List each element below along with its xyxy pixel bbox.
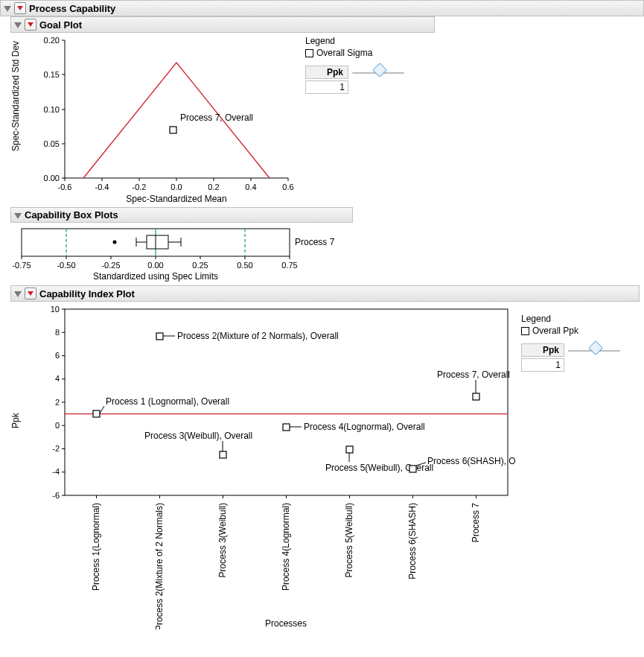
goal-legend-item: Overall Sigma xyxy=(305,48,404,58)
svg-text:-2: -2 xyxy=(52,444,60,453)
svg-text:Process 3(Weibull): Process 3(Weibull) xyxy=(217,503,228,577)
box-xlabel: Standardized using Spec Limits xyxy=(93,271,218,282)
svg-point-36 xyxy=(113,241,117,244)
svg-rect-91 xyxy=(220,451,226,458)
svg-text:0.75: 0.75 xyxy=(281,261,297,270)
svg-text:Process 4(Lognormal), Overall: Process 4(Lognormal), Overall xyxy=(304,422,425,432)
idx-ppk-label: Ppk xyxy=(521,343,564,357)
svg-text:Process 4(Lognormal): Process 4(Lognormal) xyxy=(281,503,291,591)
square-marker-icon xyxy=(305,49,313,57)
svg-text:8: 8 xyxy=(55,328,60,337)
goal-xlabel: Spec-Standardized Mean xyxy=(126,194,226,204)
svg-text:0.25: 0.25 xyxy=(192,261,208,270)
menu-red-triangle-icon[interactable] xyxy=(25,288,36,299)
goal-ppk-slider[interactable] xyxy=(352,69,404,77)
svg-text:0: 0 xyxy=(55,421,60,430)
svg-text:Process 1(Lognormal): Process 1(Lognormal) xyxy=(91,503,101,591)
svg-text:Process 2(Mixture of 2 Normals: Process 2(Mixture of 2 Normals), Overall xyxy=(177,331,339,341)
goal-ppk-label: Ppk xyxy=(305,66,348,79)
svg-text:-6: -6 xyxy=(52,491,60,500)
svg-text:Process 5(Weibull): Process 5(Weibull) xyxy=(344,503,354,577)
svg-text:-0.2: -0.2 xyxy=(133,182,147,191)
svg-text:0.50: 0.50 xyxy=(237,261,252,270)
goal-data-point xyxy=(170,127,176,133)
idx-ppk-slider[interactable] xyxy=(568,346,620,355)
svg-text:Process 3(Weibull), Overall: Process 3(Weibull), Overall xyxy=(144,431,252,441)
svg-rect-34 xyxy=(147,235,168,249)
svg-text:0.20: 0.20 xyxy=(44,36,60,45)
svg-text:-0.25: -0.25 xyxy=(101,261,120,270)
svg-text:Process 2(Mixture of 2 Normals: Process 2(Mixture of 2 Normals) xyxy=(154,503,165,629)
svg-text:-4: -4 xyxy=(52,467,60,476)
box-row-label: Process 7 xyxy=(295,237,335,247)
svg-text:-0.75: -0.75 xyxy=(12,261,31,270)
svg-text:Process 7: Process 7 xyxy=(471,503,481,543)
svg-rect-85 xyxy=(93,410,100,417)
slider-thumb-icon[interactable] xyxy=(372,63,387,77)
goal-legend-title: Legend xyxy=(305,36,404,46)
svg-text:0.4: 0.4 xyxy=(245,182,256,191)
svg-text:0.0: 0.0 xyxy=(170,182,182,191)
goal-point-label: Process 7, Overall xyxy=(180,112,253,123)
process-capability-header[interactable]: Process Capability xyxy=(0,0,644,16)
goal-plot-title: Goal Plot xyxy=(39,19,82,31)
svg-text:0.10: 0.10 xyxy=(44,105,60,114)
svg-text:0.15: 0.15 xyxy=(44,70,60,79)
index-plot-header[interactable]: Capability Index Plot xyxy=(10,285,640,302)
capability-index-chart: -6 -4 -2 0 2 4 6 8 10 xyxy=(24,302,515,629)
svg-text:6: 6 xyxy=(55,351,60,360)
box-plots-title: Capability Box Plots xyxy=(25,209,118,220)
svg-text:-0.4: -0.4 xyxy=(95,182,109,191)
svg-text:Process 7, Overall: Process 7, Overall xyxy=(437,369,510,380)
svg-text:0.2: 0.2 xyxy=(208,182,219,191)
menu-red-triangle-icon[interactable] xyxy=(25,19,36,31)
svg-text:0.00: 0.00 xyxy=(147,261,163,270)
svg-rect-100 xyxy=(409,466,416,472)
disclosure-triangle-icon[interactable] xyxy=(14,22,22,28)
svg-text:Process 5(Weibull), Overall: Process 5(Weibull), Overall xyxy=(325,463,433,473)
svg-text:0.6: 0.6 xyxy=(282,182,293,191)
process-capability-title: Process Capability xyxy=(29,3,115,14)
disclosure-triangle-icon[interactable] xyxy=(14,213,22,219)
idx-legend-title: Legend xyxy=(521,314,620,324)
svg-text:-0.50: -0.50 xyxy=(57,261,75,270)
svg-rect-103 xyxy=(473,393,479,400)
disclosure-triangle-icon[interactable] xyxy=(14,291,22,297)
goal-plot-header[interactable]: Goal Plot xyxy=(10,16,435,33)
goal-plot-chart: 0.00 0.05 0.10 0.15 0.20 -0.6 -0.4 -0.2 … xyxy=(24,33,299,204)
svg-rect-94 xyxy=(283,424,290,431)
svg-text:10: 10 xyxy=(51,305,60,314)
idx-ppk-input[interactable]: 1 xyxy=(521,358,564,372)
goal-ylabel: Spec-Standardized Std Dev xyxy=(10,33,24,204)
svg-rect-88 xyxy=(156,333,163,340)
svg-text:4: 4 xyxy=(55,374,60,383)
idx-legend-item: Overall Ppk xyxy=(521,326,620,336)
goal-ppk-input[interactable]: 1 xyxy=(305,80,348,94)
svg-text:Process 1 (Lognormal), Overall: Process 1 (Lognormal), Overall xyxy=(106,396,229,407)
svg-text:0.05: 0.05 xyxy=(44,139,60,148)
menu-red-triangle-icon[interactable] xyxy=(14,2,26,14)
idx-xlabel: Processes xyxy=(265,618,307,629)
svg-rect-97 xyxy=(346,446,353,453)
svg-text:Process 6(SHASH), Overall: Process 6(SHASH), Overall xyxy=(427,456,515,466)
svg-text:-0.6: -0.6 xyxy=(58,182,72,191)
disclosure-triangle-icon[interactable] xyxy=(4,6,11,12)
svg-text:0.00: 0.00 xyxy=(44,174,60,182)
box-plots-header[interactable]: Capability Box Plots xyxy=(10,207,353,223)
svg-text:Process 6(SHASH): Process 6(SHASH) xyxy=(407,503,418,580)
idx-ylabel: Ppk xyxy=(10,302,24,629)
svg-text:2: 2 xyxy=(55,398,60,407)
slider-thumb-icon[interactable] xyxy=(588,340,603,355)
square-marker-icon xyxy=(521,327,529,335)
index-plot-title: Capability Index Plot xyxy=(39,288,135,299)
capability-box-plot: Process 7 -0.75 -0.50 -0.25 0.00 0.25 0.… xyxy=(10,223,353,282)
